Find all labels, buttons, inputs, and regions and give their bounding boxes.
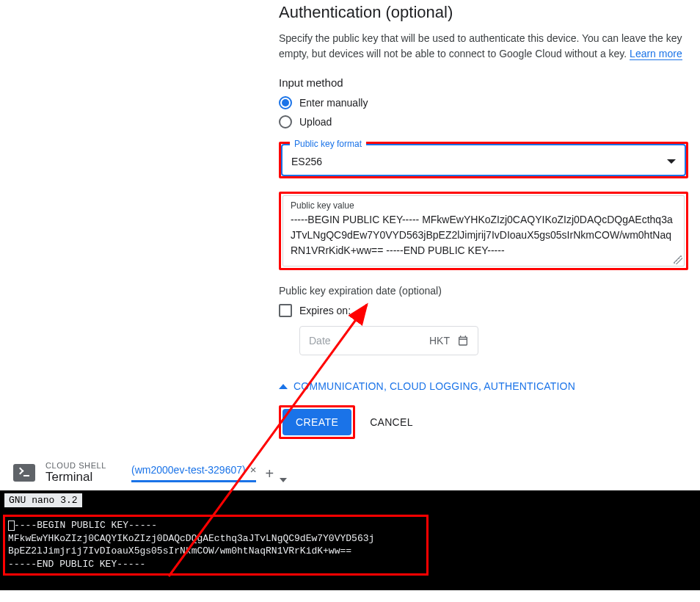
terminal-icon — [13, 464, 35, 482]
expiration-heading: Public key expiration date (optional) — [279, 285, 688, 297]
chevron-down-icon — [667, 159, 676, 164]
terminal-title: Terminal — [45, 470, 106, 485]
learn-more-link[interactable]: Learn more — [630, 48, 682, 60]
radio-label: Upload — [299, 116, 332, 128]
select-value: ES256 — [291, 156, 322, 167]
expiration-date-input[interactable]: Date HKT — [299, 326, 478, 355]
calendar-icon — [457, 335, 469, 347]
cancel-button[interactable]: CANCEL — [370, 416, 413, 428]
close-tab-icon[interactable]: × — [250, 463, 257, 476]
terminal-tab-label: (wm2000ev-test-329607) — [131, 464, 246, 476]
chevron-up-icon — [279, 384, 288, 389]
key-format-highlight: Public key format ES256 — [279, 142, 688, 178]
radio-icon — [279, 115, 292, 128]
radio-upload[interactable]: Upload — [279, 115, 688, 128]
terminal-key-highlight: ----BEGIN PUBLIC KEY----- MFkwEwYHKoZIzj… — [3, 515, 429, 576]
select-float-label: Public key format — [290, 139, 366, 149]
auth-desc-text: Specify the public key that will be used… — [279, 32, 682, 59]
create-button-highlight: CREATE — [279, 405, 355, 439]
resize-handle-icon[interactable] — [674, 255, 682, 264]
radio-label: Enter manually — [299, 97, 368, 109]
terminal-key-content: ----BEGIN PUBLIC KEY----- MFkwEwYHKoZIzj… — [8, 520, 374, 570]
cloud-shell-header: CLOUD SHELL Terminal (wm2000ev-test-3296… — [0, 454, 700, 490]
tz-label: HKT — [429, 335, 450, 347]
expander-label: COMMUNICATION, CLOUD LOGGING, AUTHENTICA… — [294, 380, 575, 392]
tab-menu-icon[interactable] — [280, 478, 287, 482]
checkbox-icon[interactable] — [279, 304, 292, 317]
input-method-heading: Input method — [279, 76, 688, 89]
terminal-key-text: ----BEGIN PUBLIC KEY----- MFkwEwYHKoZIzj… — [8, 519, 423, 570]
terminal-pane[interactable]: GNU nano 3.2 ----BEGIN PUBLIC KEY----- M… — [0, 490, 700, 590]
public-key-value-textarea[interactable]: Public key value -----BEGIN PUBLIC KEY--… — [282, 195, 685, 266]
radio-icon-selected — [279, 96, 292, 109]
textarea-label: Public key value — [291, 200, 677, 211]
cloud-shell-label: CLOUD SHELL — [45, 461, 106, 470]
radio-enter-manually[interactable]: Enter manually — [279, 96, 688, 109]
expires-on-checkbox-row[interactable]: Expires on: — [279, 304, 688, 317]
textarea-content: -----BEGIN PUBLIC KEY----- MFkwEwYHKoZIz… — [291, 212, 677, 258]
auth-heading: Authentication (optional) — [279, 3, 688, 22]
terminal-tab[interactable]: (wm2000ev-test-329607) × — [131, 463, 256, 482]
key-value-highlight: Public key value -----BEGIN PUBLIC KEY--… — [279, 192, 688, 270]
create-button[interactable]: CREATE — [282, 409, 351, 435]
nano-title-bar: GNU nano 3.2 — [4, 493, 82, 507]
new-tab-button[interactable]: + — [265, 465, 274, 482]
checkbox-label: Expires on: — [299, 305, 351, 316]
section-expander[interactable]: COMMUNICATION, CLOUD LOGGING, AUTHENTICA… — [279, 380, 688, 392]
public-key-format-select[interactable]: Public key format ES256 — [281, 144, 686, 176]
auth-description: Specify the public key that will be used… — [279, 31, 688, 62]
date-placeholder: Date — [309, 335, 331, 347]
